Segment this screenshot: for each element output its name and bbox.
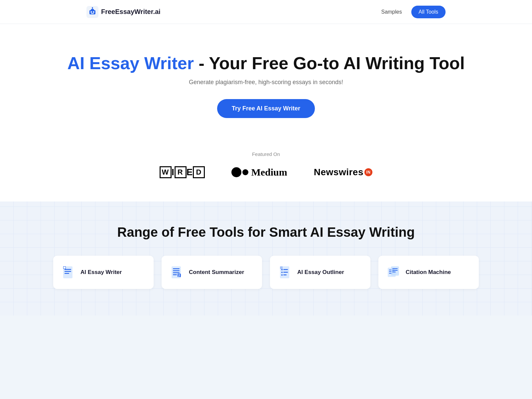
hero-cta-button[interactable]: Try Free AI Essay Writer [217, 99, 315, 118]
all-tools-button[interactable]: All Tools [411, 6, 446, 18]
svg-rect-13 [64, 267, 66, 269]
svg-rect-29 [283, 275, 287, 276]
svg-point-28 [281, 274, 283, 276]
tools-section-title: Range of Free Tools for Smart AI Essay W… [53, 225, 479, 240]
newswires-badge: IN [364, 168, 372, 176]
content-summarizer-icon [170, 265, 184, 280]
svg-rect-25 [283, 269, 288, 270]
tool-card-content-summarizer[interactable]: Content Summarizer [162, 256, 262, 289]
wired-logo: W I R E D [160, 166, 205, 178]
nav-right: Samples All Tools [381, 6, 446, 18]
citation-machine-icon [386, 265, 401, 280]
svg-rect-37 [392, 270, 398, 271]
medium-dots-icon [231, 167, 248, 177]
tool-card-ai-essay-outliner-label: AI Essay Outliner [297, 269, 344, 276]
tool-card-citation-machine-label: Citation Machine [406, 269, 451, 276]
svg-rect-15 [173, 268, 180, 269]
svg-point-5 [90, 11, 92, 13]
hero-title: AI Essay Writer - Your Free Go-to AI Wri… [7, 54, 525, 73]
hero-title-blue: AI Essay Writer [67, 54, 194, 73]
svg-rect-21 [178, 275, 180, 276]
medium-logo: Medium [231, 167, 287, 178]
newswires-text: Newswires [314, 167, 363, 178]
tool-card-citation-machine[interactable]: Citation Machine [378, 256, 479, 289]
tool-card-ai-essay-writer[interactable]: AI Essay Writer [53, 256, 154, 289]
wired-w-box: W [160, 166, 172, 178]
hero-title-rest: - Your Free Go-to AI Writing Tool [194, 54, 465, 73]
samples-link[interactable]: Samples [381, 9, 402, 15]
svg-rect-10 [65, 271, 71, 272]
svg-point-4 [92, 7, 93, 8]
svg-point-6 [93, 11, 94, 13]
svg-rect-16 [173, 270, 180, 271]
ai-essay-writer-icon [61, 265, 76, 280]
svg-rect-18 [173, 274, 177, 275]
svg-rect-36 [392, 268, 398, 269]
ai-essay-outliner-icon [278, 265, 293, 280]
wired-d-box: D [193, 166, 205, 178]
svg-rect-35 [391, 266, 399, 276]
hero-section: AI Essay Writer - Your Free Go-to AI Wri… [0, 24, 532, 145]
svg-rect-27 [283, 272, 288, 273]
hero-subtitle: Generate plagiarism-free, high-scoring e… [7, 79, 525, 86]
medium-text: Medium [251, 167, 287, 178]
featured-section: Featured On W I R E D Medium Newswires I… [0, 145, 532, 201]
tool-card-ai-essay-outliner[interactable]: AI Essay Outliner [270, 256, 370, 289]
logo-icon [86, 6, 98, 18]
svg-rect-7 [91, 13, 94, 14]
svg-point-26 [281, 272, 283, 273]
tool-card-content-summarizer-label: Content Summarizer [189, 269, 244, 276]
svg-rect-20 [178, 274, 180, 275]
featured-logos: W I R E D Medium Newswires IN [7, 166, 525, 178]
tools-section: Range of Free Tools for Smart AI Essay W… [0, 201, 532, 316]
svg-rect-2 [91, 9, 94, 11]
svg-rect-22 [178, 276, 180, 277]
tool-card-ai-essay-writer-label: AI Essay Writer [80, 269, 122, 276]
wired-r-box: R [175, 166, 187, 178]
svg-point-24 [281, 269, 283, 270]
newswires-logo: Newswires IN [314, 167, 372, 178]
svg-rect-38 [392, 272, 396, 272]
tools-grid: AI Essay Writer Content Summarizer [53, 256, 479, 289]
featured-label: Featured On [7, 151, 525, 157]
logo-text: FreeEssayWriter.ai [101, 8, 161, 16]
svg-rect-11 [65, 273, 69, 274]
navbar: FreeEssayWriter.ai Samples All Tools [0, 0, 532, 24]
nav-logo[interactable]: FreeEssayWriter.ai [86, 6, 161, 18]
svg-rect-9 [65, 269, 71, 270]
svg-rect-30 [280, 266, 283, 269]
svg-rect-17 [173, 272, 180, 273]
